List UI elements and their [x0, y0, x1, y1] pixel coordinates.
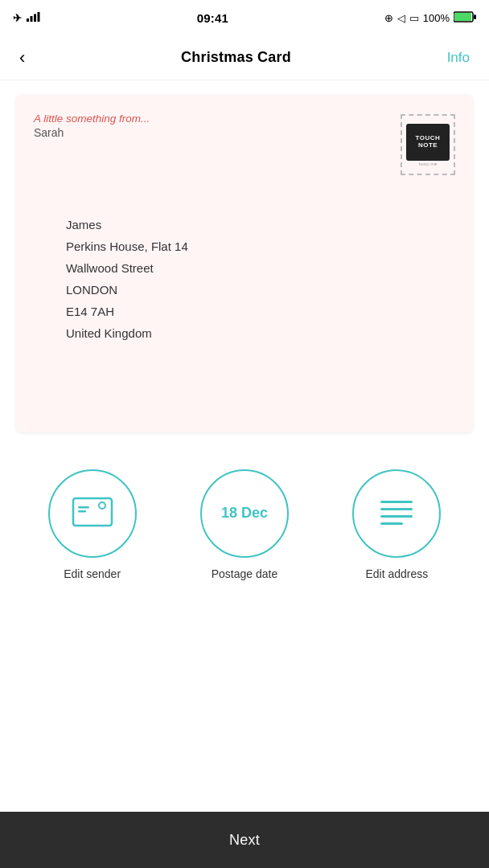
- svg-rect-6: [474, 14, 476, 19]
- sender-from-text: A little something from...: [34, 113, 150, 125]
- svg-rect-1: [31, 16, 33, 22]
- card-area: A little something from... Sarah TOUCHNO…: [0, 80, 489, 447]
- address-line-2: Perkins House, Flat 14: [66, 235, 455, 257]
- battery-label: 100%: [423, 12, 450, 24]
- edit-sender-label: Edit sender: [64, 567, 121, 580]
- status-bar-right: ⊕ ◁ ▭ 100%: [384, 11, 476, 25]
- airplane-icon: ✈: [13, 12, 22, 24]
- svg-rect-8: [78, 506, 89, 509]
- status-bar: ✈ 09:41 ⊕ ◁ ▭ 100%: [0, 0, 489, 35]
- svg-point-10: [99, 502, 105, 509]
- address-line-3: Wallwood Street: [66, 257, 455, 279]
- location-icon: ◁: [397, 12, 405, 24]
- signal-icon: [27, 12, 41, 24]
- next-button-wrap: Next: [0, 812, 489, 868]
- page-title: Christmas Card: [181, 49, 291, 66]
- lines-icon: [379, 497, 414, 530]
- edit-address-circle: [352, 469, 441, 558]
- sender-section: A little something from... Sarah TOUCHNO…: [34, 113, 455, 175]
- postage-date-action[interactable]: 18 Dec Postage date: [188, 469, 301, 580]
- address-line-6: United Kingdom: [66, 322, 455, 344]
- sender-text-block: A little something from... Sarah: [34, 113, 150, 139]
- actions-area: Edit sender 18 Dec Postage date Edit add…: [0, 447, 489, 588]
- edit-sender-action[interactable]: Edit sender: [36, 469, 149, 580]
- stamp-inner: TOUCHNOTE: [406, 124, 450, 161]
- svg-rect-9: [78, 510, 86, 513]
- svg-rect-12: [380, 508, 413, 510]
- postage-date-circle: 18 Dec: [200, 469, 289, 558]
- sender-name: Sarah: [34, 126, 150, 139]
- address-line-1: James: [66, 214, 455, 235]
- info-button[interactable]: Info: [441, 43, 476, 72]
- screen-icon: ▭: [409, 12, 419, 24]
- postage-date-text: 18 Dec: [221, 505, 268, 522]
- status-time: 09:41: [197, 11, 228, 25]
- svg-rect-0: [27, 18, 29, 22]
- battery-icon: [454, 11, 476, 25]
- stamp-box: TOUCHNOTE keep in●: [401, 114, 455, 175]
- address-block: James Perkins House, Flat 14 Wallwood St…: [66, 214, 455, 344]
- nav-bar: ‹ Christmas Card Info: [0, 35, 489, 80]
- address-line-5: E14 7AH: [66, 301, 455, 322]
- svg-rect-14: [380, 522, 403, 525]
- gps-icon: ⊕: [384, 12, 393, 24]
- postage-date-label: Postage date: [212, 567, 278, 580]
- address-line-4: LONDON: [66, 279, 455, 301]
- next-button[interactable]: Next: [0, 812, 489, 868]
- svg-rect-5: [454, 13, 471, 21]
- svg-rect-2: [34, 14, 36, 22]
- stamp-text1: TOUCHNOTE: [416, 135, 441, 149]
- svg-rect-11: [380, 501, 413, 503]
- envelope-icon: [72, 497, 113, 530]
- stamp-keepin: keep in●: [419, 162, 438, 166]
- envelope-card: A little something from... Sarah TOUCHNO…: [16, 95, 473, 432]
- status-bar-left: ✈: [13, 12, 41, 24]
- back-button[interactable]: ‹: [13, 41, 31, 75]
- edit-sender-circle: [48, 469, 137, 558]
- svg-rect-3: [38, 12, 40, 22]
- edit-address-label: Edit address: [365, 567, 428, 580]
- svg-rect-13: [380, 515, 413, 518]
- edit-address-action[interactable]: Edit address: [340, 469, 453, 580]
